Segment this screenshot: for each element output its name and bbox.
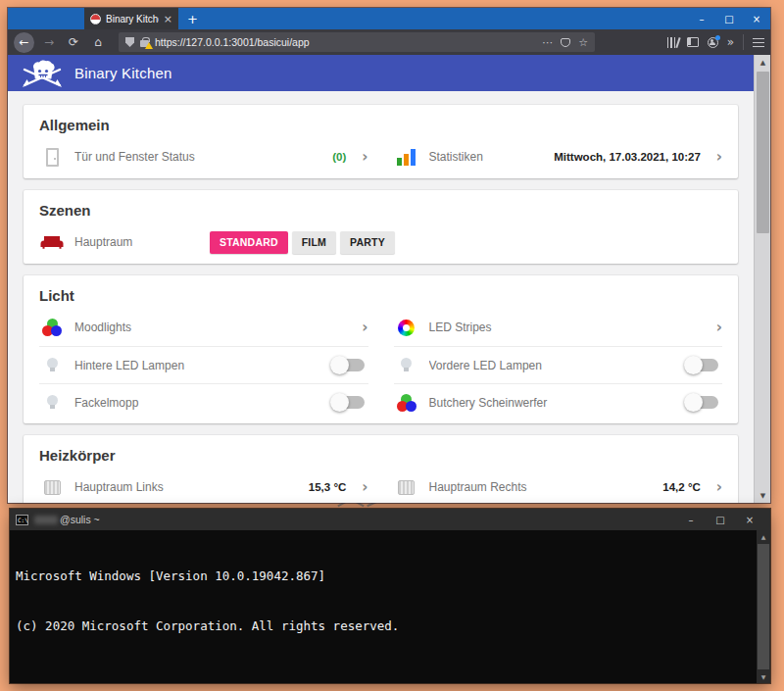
item-hauptraum-rechts[interactable]: Hauptraum Rechts 14,2 °C › — [394, 469, 723, 503]
item-label: Hauptraum — [74, 235, 200, 249]
maximize-button[interactable]: □ — [715, 8, 743, 29]
card-szenen: Szenen Hauptraum STANDARD FILM PARTY — [24, 190, 738, 264]
terminal-line — [16, 667, 751, 683]
item-statistiken[interactable]: Statistiken Mittwoch, 17.03.2021, 10:27 … — [394, 138, 723, 175]
radiator-icon — [398, 480, 415, 495]
page-actions-icon[interactable]: ⋯ — [542, 36, 553, 49]
forward-button[interactable]: → — [39, 32, 59, 52]
card-allgemein: Allgemein Tür und Fenster Status (0) › — [24, 105, 738, 178]
terminal-line: (c) 2020 Microsoft Corporation. All righ… — [16, 617, 751, 634]
minimize-button[interactable]: – — [688, 8, 715, 29]
bulb-icon — [401, 358, 412, 369]
desktop: { "browser": { "tab_title": "Binary Kitc… — [0, 0, 784, 691]
item-label: Statistiken — [429, 150, 545, 164]
sidebar-icon[interactable] — [687, 37, 699, 47]
chevron-right-icon[interactable]: › — [362, 321, 368, 335]
door-icon — [46, 148, 59, 167]
toggle-hintere-led-lampen[interactable] — [333, 359, 365, 371]
item-label: Vordere LED Lampen — [429, 359, 672, 372]
section-title: Szenen — [39, 190, 722, 223]
section-title: Allgemein — [39, 105, 722, 138]
item-led-stripes[interactable]: LED Stripes › — [394, 309, 723, 346]
page-viewport: Binary Kitchen Allgemein Tür und Fenster… — [8, 55, 770, 503]
scene-button-standard[interactable]: STANDARD — [210, 231, 288, 254]
new-tab-button[interactable]: + — [178, 8, 207, 29]
binary-kitchen-logo — [20, 59, 65, 88]
terminal-scrollbar[interactable]: ▲ ▼ — [757, 530, 770, 683]
chevron-right-icon[interactable]: › — [362, 480, 368, 495]
terminal-minimize-button[interactable]: – — [676, 509, 706, 530]
toggle-vordere-led-lampen[interactable] — [687, 359, 718, 371]
browser-window: Binary Kitchen × + – □ × ← → ⟳ ⌂ https:/… — [8, 8, 770, 503]
scrollbar-thumb[interactable] — [757, 72, 769, 233]
terminal-scroll-up-arrow[interactable]: ▲ — [757, 530, 770, 543]
close-button[interactable]: × — [743, 8, 770, 29]
chevron-right-icon[interactable]: › — [716, 480, 722, 495]
chevron-right-icon[interactable]: › — [716, 321, 722, 335]
toggle-butchery-scheinwerfer[interactable] — [687, 396, 718, 409]
terminal-maximize-button[interactable]: □ — [706, 509, 735, 530]
notification-dot — [715, 35, 720, 40]
item-value: 15,3 °C — [309, 481, 346, 493]
terminal-window-controls: – □ × — [676, 509, 764, 530]
scrollbar-up-arrow[interactable]: ▲ — [755, 55, 770, 70]
url-bar[interactable]: https://127.0.0.1:3001/basicui/app ⋯ ☆ — [119, 32, 595, 52]
scene-button-party[interactable]: PARTY — [340, 231, 395, 254]
home-button[interactable]: ⌂ — [88, 32, 108, 52]
tab-close-icon[interactable]: × — [164, 13, 172, 25]
binary-kitchen-favicon — [90, 14, 101, 25]
terminal-scroll-down-arrow[interactable]: ▼ — [757, 670, 770, 683]
toggle-fackelmopp[interactable] — [333, 396, 365, 409]
window-controls: – □ × — [688, 8, 770, 29]
color-wheel-icon — [398, 320, 415, 336]
terminal-output: Microsoft Windows [Version 10.0.19042.86… — [10, 530, 770, 683]
item-hauptraum-links[interactable]: Hauptraum Links 15,3 °C › — [39, 469, 368, 503]
pocket-icon[interactable] — [561, 38, 570, 47]
scrollbar-down-arrow[interactable]: ▼ — [755, 488, 770, 503]
tab-binary-kitchen[interactable]: Binary Kitchen × — [84, 8, 178, 29]
reload-button[interactable]: ⟳ — [64, 32, 83, 52]
item-butchery-scheinwerfer: Butchery Scheinwerfer — [394, 383, 723, 420]
rgb-circles-icon — [397, 394, 416, 412]
item-label: Fackelmopp — [74, 396, 318, 410]
terminal-scrollbar-thumb[interactable] — [758, 544, 769, 669]
scene-buttons: STANDARD FILM PARTY — [210, 231, 395, 254]
bookmark-star-icon[interactable]: ☆ — [578, 36, 588, 49]
bulb-icon — [47, 358, 58, 369]
account-icon[interactable] — [708, 37, 718, 48]
item-fackelmopp: Fackelmopp — [39, 383, 368, 420]
lock-warning-icon[interactable] — [140, 40, 149, 47]
item-label: Moodlights — [74, 321, 346, 334]
section-title: Licht — [39, 275, 722, 309]
item-tuer-fenster-status[interactable]: Tür und Fenster Status (0) › — [39, 138, 368, 175]
browser-tab-bar[interactable]: Binary Kitchen × + – □ × — [8, 8, 770, 29]
terminal-title-bar[interactable]: C:\ @sulis ~ – □ × — [10, 509, 770, 530]
url-text[interactable]: https://127.0.0.1:3001/basicui/app — [155, 36, 536, 48]
hamburger-menu-icon[interactable] — [753, 38, 764, 47]
chevron-right-icon[interactable]: › — [716, 150, 722, 165]
scene-button-film[interactable]: FILM — [292, 231, 336, 254]
page-header: Binary Kitchen — [8, 55, 754, 91]
terminal-window: C:\ @sulis ~ – □ × Microsoft Windows [Ve… — [10, 509, 770, 683]
terminal-close-button[interactable]: × — [735, 509, 764, 530]
item-value: 14,2 °C — [662, 481, 700, 493]
item-hintere-led-lampen: Hintere LED Lampen — [39, 346, 368, 383]
card-licht: Licht Moodlights › Hintere LED Lampen — [24, 275, 738, 423]
terminal-line: Microsoft Windows [Version 10.0.19042.86… — [16, 568, 751, 584]
page-scrollbar[interactable]: ▲ ▼ — [754, 55, 770, 503]
section-title: Heizkörper — [39, 435, 722, 469]
item-moodlights[interactable]: Moodlights › — [39, 309, 368, 346]
bulb-icon — [47, 395, 58, 406]
overflow-menu-icon[interactable]: » — [727, 35, 734, 49]
chevron-right-icon[interactable]: › — [362, 150, 368, 165]
item-value: (0) — [332, 151, 346, 163]
tracking-protection-shield-icon[interactable] — [125, 37, 134, 47]
library-icon[interactable] — [667, 37, 678, 48]
item-label: Hintere LED Lampen — [74, 359, 318, 372]
item-value: Mittwoch, 17.03.2021, 10:27 — [554, 151, 701, 163]
item-label: Hauptraum Rechts — [429, 480, 654, 494]
browser-toolbar: ← → ⟳ ⌂ https://127.0.0.1:3001/basicui/a… — [8, 29, 770, 55]
warning-triangle-icon — [145, 42, 153, 49]
back-button[interactable]: ← — [14, 32, 34, 53]
rgb-circles-icon — [42, 319, 62, 336]
